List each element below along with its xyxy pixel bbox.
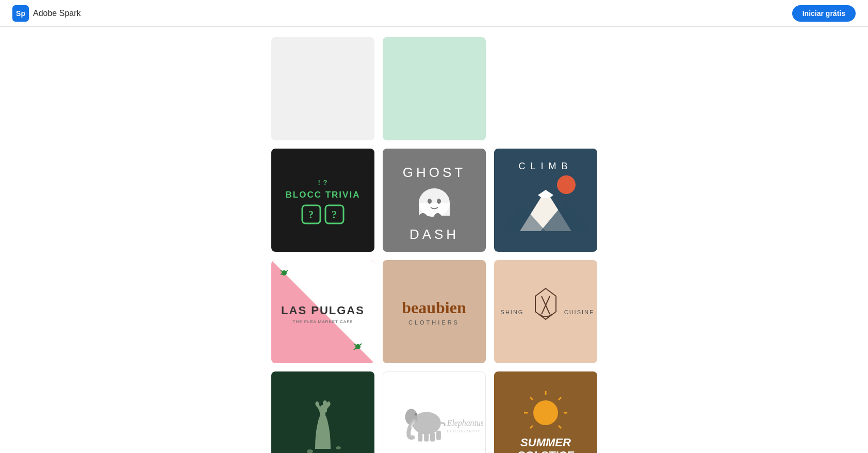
svg-text:THE FLEA MARKET CAFE: THE FLEA MARKET CAFE xyxy=(292,319,353,324)
beaubien-subtitle: CLOTHIERS xyxy=(408,319,460,326)
svg-point-9 xyxy=(428,199,432,204)
card-undead-arrival[interactable]: UNDEAD ARRIVAL xyxy=(271,371,374,453)
header: Sp Adobe Spark Iniciar grátis xyxy=(0,0,868,27)
card-top-left[interactable] xyxy=(271,37,374,140)
svg-point-10 xyxy=(437,199,441,204)
svg-marker-17 xyxy=(538,190,553,198)
svg-text:DASH: DASH xyxy=(409,226,458,242)
card-climb[interactable]: CLIMB xyxy=(494,149,597,252)
card-ghost-dash[interactable]: GHOST DASH xyxy=(383,149,486,252)
card-beaubien[interactable]: beaubien CLOTHIERS xyxy=(383,260,486,363)
svg-line-52 xyxy=(559,426,561,428)
adobe-spark-icon: Sp xyxy=(12,5,29,22)
svg-point-35 xyxy=(336,446,341,449)
svg-text:SHING: SHING xyxy=(500,309,523,315)
svg-rect-44 xyxy=(430,432,435,442)
svg-line-55 xyxy=(530,426,533,428)
svg-text:! ?: ! ? xyxy=(318,179,327,186)
svg-text:CLIMB: CLIMB xyxy=(518,161,572,171)
beaubien-title: beaubien xyxy=(402,298,466,317)
logo-grid: ! ? BLOCC TRIVIA ? ? GHOST xyxy=(261,37,608,453)
card-blocc-trivia[interactable]: ! ? BLOCC TRIVIA ? ? xyxy=(271,149,374,252)
svg-text:LAS PULGAS: LAS PULGAS xyxy=(281,304,365,317)
card-elephantus[interactable]: Elephantus PHOTOGRAPHY xyxy=(383,371,486,453)
svg-line-50 xyxy=(559,397,561,400)
svg-text:SUMMER: SUMMER xyxy=(520,436,571,449)
svg-text:PHOTOGRAPHY: PHOTOGRAPHY xyxy=(447,429,480,433)
beaubien-content: beaubien CLOTHIERS xyxy=(402,298,466,326)
svg-text:?: ? xyxy=(308,209,314,220)
svg-text:Elephantus: Elephantus xyxy=(446,418,483,428)
svg-point-13 xyxy=(557,175,576,194)
svg-text:BLOCC TRIVIA: BLOCC TRIVIA xyxy=(285,190,360,200)
cta-button[interactable]: Iniciar grátis xyxy=(792,5,856,22)
app-name: Adobe Spark xyxy=(33,9,81,18)
svg-point-48 xyxy=(533,400,558,425)
main-content: ! ? BLOCC TRIVIA ? ? GHOST xyxy=(0,27,868,453)
svg-point-41 xyxy=(414,413,417,416)
card-las-pulgas[interactable]: LAS PULGAS THE FLEA MARKET CAFE xyxy=(271,260,374,363)
svg-text:SOLSTICE: SOLSTICE xyxy=(517,449,574,453)
svg-text:?: ? xyxy=(332,209,337,220)
card-top-center[interactable] xyxy=(383,37,486,140)
svg-point-34 xyxy=(307,449,313,453)
svg-rect-42 xyxy=(418,432,422,442)
svg-line-53 xyxy=(530,397,533,400)
svg-text:CUISINE: CUISINE xyxy=(564,309,594,315)
svg-rect-43 xyxy=(424,432,429,442)
svg-rect-45 xyxy=(436,431,440,440)
logo-area: Sp Adobe Spark xyxy=(12,5,81,22)
card-summer-solstice[interactable]: SUMMER SOLSTICE xyxy=(494,371,597,453)
svg-text:GHOST: GHOST xyxy=(402,165,465,180)
card-shing-cuisine[interactable]: SHING CUISINE xyxy=(494,260,597,363)
svg-marker-31 xyxy=(535,288,556,319)
